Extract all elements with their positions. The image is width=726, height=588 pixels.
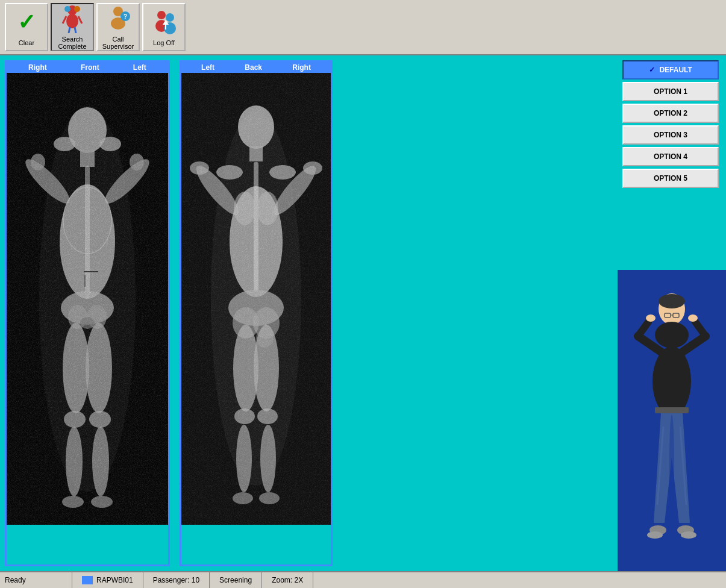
clear-icon: ✓ [12, 8, 41, 37]
status-zoom: Zoom: 2X [262, 572, 313, 588]
screening-text: Screening [219, 576, 252, 584]
station-text: RAPWBI01 [96, 576, 133, 584]
svg-line-5 [78, 16, 82, 23]
back-header-right: Right [292, 63, 311, 72]
svg-point-90 [647, 531, 663, 539]
svg-point-87 [655, 322, 689, 348]
option4-label: OPTION 4 [654, 152, 687, 161]
option4-button[interactable]: OPTION 4 [622, 147, 719, 166]
option3-button[interactable]: OPTION 3 [622, 125, 719, 145]
station-icon [82, 576, 93, 584]
back-panel-header: Left Back Right [181, 62, 331, 73]
scan-panels-container: Right Front Left [0, 55, 337, 571]
svg-point-85 [688, 314, 698, 322]
svg-rect-45 [7, 73, 168, 525]
svg-point-12 [157, 11, 166, 19]
svg-rect-72 [181, 73, 331, 525]
ready-text: Ready [5, 576, 26, 584]
svg-point-92 [681, 531, 696, 539]
call-supervisor-button[interactable]: ? Call Supervisor [96, 3, 140, 51]
front-header-left: Left [133, 63, 146, 72]
front-scan-image [7, 73, 168, 525]
log-off-label: Log Off [153, 39, 175, 46]
svg-point-1 [64, 6, 70, 12]
front-scan-panel: Right Front Left [5, 60, 170, 566]
figure-panel [618, 270, 726, 571]
main-area: Right Front Left [0, 55, 726, 571]
zoom-text: Zoom: 2X [272, 576, 303, 584]
svg-point-3 [66, 14, 78, 28]
svg-line-4 [63, 16, 66, 23]
option2-label: OPTION 2 [654, 109, 687, 117]
option1-label: OPTION 1 [654, 87, 687, 96]
call-supervisor-icon: ? [104, 4, 133, 33]
log-off-button[interactable]: Log Off [142, 3, 186, 51]
figure-svg [618, 270, 726, 571]
option3-label: OPTION 3 [654, 131, 687, 139]
back-scan-panel: Left Back Right [180, 60, 333, 566]
search-complete-icon [58, 4, 87, 33]
clear-label: Clear [19, 39, 34, 46]
search-complete-button[interactable]: Search Complete [51, 3, 94, 51]
status-station: RAPWBI01 [72, 572, 143, 588]
svg-point-82 [646, 314, 656, 322]
front-panel-header: Right Front Left [7, 62, 168, 73]
status-ready: Ready [0, 572, 72, 588]
passenger-text: Passenger: 10 [153, 576, 199, 584]
toolbar: ✓ Clear Search Complete ? [0, 0, 726, 55]
svg-line-7 [75, 27, 76, 33]
status-screening: Screening [210, 572, 262, 588]
log-off-icon [149, 8, 178, 37]
option-default-icon: ✓ [649, 66, 655, 74]
statusbar: Ready RAPWBI01 Passenger: 10 Screening Z… [0, 571, 726, 588]
option1-button[interactable]: OPTION 1 [622, 82, 719, 101]
svg-point-14 [166, 13, 174, 22]
svg-point-86 [652, 346, 691, 416]
svg-point-93 [669, 414, 674, 511]
svg-rect-88 [655, 407, 689, 413]
front-header-right: Right [28, 63, 47, 72]
option-default-label: DEFAULT [659, 66, 692, 74]
svg-point-2 [74, 6, 80, 12]
back-header-back: Back [245, 63, 262, 72]
option5-button[interactable]: OPTION 5 [622, 169, 719, 188]
clear-button[interactable]: ✓ Clear [5, 3, 48, 51]
back-scan-image [181, 73, 331, 525]
back-header-left: Left [201, 63, 214, 72]
svg-point-78 [659, 294, 685, 308]
option2-button[interactable]: OPTION 2 [622, 104, 719, 123]
svg-text:?: ? [124, 13, 127, 20]
call-supervisor-label: Call Supervisor [98, 36, 139, 50]
svg-line-6 [69, 27, 70, 33]
status-passenger: Passenger: 10 [143, 572, 210, 588]
option5-label: OPTION 5 [654, 174, 687, 183]
options-panel: ✓ DEFAULT OPTION 1 OPTION 2 OPTION 3 OPT… [618, 55, 726, 193]
front-header-front: Front [81, 63, 99, 72]
option-default-button[interactable]: ✓ DEFAULT [622, 60, 719, 80]
search-complete-label: Search Complete [52, 36, 93, 50]
